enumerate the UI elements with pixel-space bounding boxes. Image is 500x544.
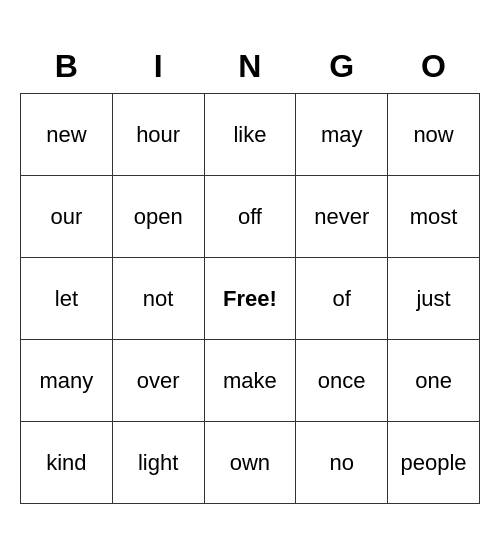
cell-r4-c4: people [388, 422, 480, 504]
table-row: letnotFree!ofjust [21, 258, 480, 340]
cell-r1-c4: most [388, 176, 480, 258]
header-b: B [21, 40, 113, 94]
header-n: N [204, 40, 296, 94]
cell-r0-c3: may [296, 94, 388, 176]
bingo-card: B I N G O newhourlikemaynowouropenoffnev… [20, 40, 480, 504]
cell-r1-c3: never [296, 176, 388, 258]
cell-r4-c0: kind [21, 422, 113, 504]
cell-r2-c4: just [388, 258, 480, 340]
cell-r1-c0: our [21, 176, 113, 258]
header-g: G [296, 40, 388, 94]
cell-r0-c4: now [388, 94, 480, 176]
cell-r0-c0: new [21, 94, 113, 176]
cell-r4-c1: light [112, 422, 204, 504]
cell-r3-c3: once [296, 340, 388, 422]
cell-r4-c3: no [296, 422, 388, 504]
cell-r1-c1: open [112, 176, 204, 258]
table-row: ouropenoffnevermost [21, 176, 480, 258]
cell-r2-c3: of [296, 258, 388, 340]
cell-r4-c2: own [204, 422, 296, 504]
cell-r1-c2: off [204, 176, 296, 258]
cell-r2-c2: Free! [204, 258, 296, 340]
header-i: I [112, 40, 204, 94]
cell-r2-c1: not [112, 258, 204, 340]
table-row: kindlightownnopeople [21, 422, 480, 504]
bingo-header-row: B I N G O [21, 40, 480, 94]
header-o: O [388, 40, 480, 94]
cell-r3-c1: over [112, 340, 204, 422]
cell-r3-c4: one [388, 340, 480, 422]
table-row: manyovermakeonceone [21, 340, 480, 422]
cell-r0-c1: hour [112, 94, 204, 176]
table-row: newhourlikemaynow [21, 94, 480, 176]
cell-r2-c0: let [21, 258, 113, 340]
cell-r3-c2: make [204, 340, 296, 422]
cell-r0-c2: like [204, 94, 296, 176]
cell-r3-c0: many [21, 340, 113, 422]
bingo-body: newhourlikemaynowouropenoffnevermostletn… [21, 94, 480, 504]
